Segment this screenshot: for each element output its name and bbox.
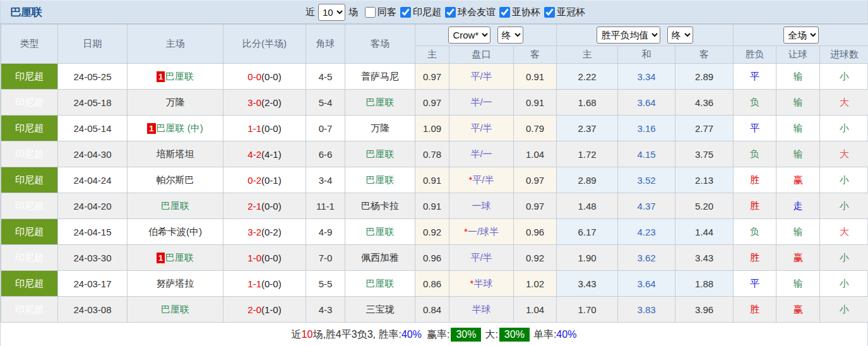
ah-home-odds: 0.96 — [415, 245, 449, 271]
away-team-name[interactable]: 巴厘联 — [366, 278, 395, 289]
home-team-name[interactable]: 巴厘联 — [165, 252, 194, 263]
league-filter-checkbox[interactable] — [544, 7, 555, 18]
league-filter-checkbox[interactable] — [400, 7, 411, 18]
home-team-name[interactable]: 万隆 — [166, 97, 185, 107]
ah-away-odds: 1.02 — [514, 271, 557, 297]
ah-line-cell: 半/一 — [449, 90, 514, 116]
home-team-name[interactable]: 帕尔斯巴 — [157, 174, 194, 185]
corners-cell: 7-0 — [306, 245, 345, 271]
result-cell: 平 — [734, 64, 776, 90]
away-team-cell[interactable]: 三宝珑 — [345, 297, 415, 323]
away-team-name[interactable]: 佩西加雅 — [361, 252, 399, 263]
sub-eu-away: 客 — [675, 46, 734, 64]
same-away-filter[interactable]: 同客 — [361, 6, 396, 18]
away-team-cell[interactable]: 万隆 — [345, 116, 415, 141]
goals-result-cell: 小 — [820, 193, 868, 219]
same-away-checkbox[interactable] — [365, 7, 376, 18]
recent-count-select[interactable]: 10 — [318, 4, 345, 21]
score-cell[interactable]: 4-2(4-1) — [223, 141, 306, 167]
result-cell: 胜 — [734, 167, 776, 193]
single-label: 单率: — [533, 328, 556, 342]
away-team-cell[interactable]: 巴杨卡拉 — [345, 193, 415, 219]
eu-home-odds: 1.48 — [557, 193, 618, 219]
league-filter-亚协杯[interactable]: 亚协杯 — [496, 6, 540, 18]
home-team-cell[interactable]: 1巴厘联 — [128, 64, 223, 90]
home-team-cell[interactable]: 培斯塔坦 — [128, 141, 223, 167]
europe-time-select[interactable]: 终 — [667, 27, 693, 44]
sub-goals: 进球数 — [820, 46, 868, 64]
score-cell[interactable]: 1-0(0-0) — [223, 245, 306, 271]
score-cell[interactable]: 0-0(0-0) — [223, 64, 306, 90]
eu-draw-odds: 3.16 — [618, 116, 675, 141]
home-team-name[interactable]: 努萨塔拉 — [157, 278, 194, 289]
away-team-name[interactable]: 巴杨卡拉 — [361, 200, 399, 211]
period-select[interactable]: 全场 — [783, 27, 819, 44]
away-team-name[interactable]: 巴厘联 — [366, 226, 395, 237]
home-team-cell[interactable]: 伯希卡波(中) — [128, 219, 223, 245]
date-cell: 24-03-30 — [58, 245, 128, 271]
score-cell[interactable]: 2-1(0-0) — [223, 193, 306, 219]
away-team-name[interactable]: 巴厘联 — [366, 148, 395, 159]
bookmaker-time-select[interactable]: 终 — [497, 27, 523, 44]
score-cell[interactable]: 2-0(1-0) — [223, 297, 306, 323]
fulltime-score: 1-0 — [247, 253, 261, 263]
away-team-name[interactable]: 巴厘联 — [366, 97, 395, 107]
win-rate-value: 40% — [401, 329, 422, 340]
away-team-name[interactable]: 普萨马尼 — [361, 71, 399, 81]
away-team-name[interactable]: 万隆 — [371, 122, 389, 133]
ah-line: 平/半 — [470, 252, 492, 263]
away-team-cell[interactable]: 巴厘联 — [345, 141, 415, 167]
europe-odds-select[interactable]: 胜平负均值 — [597, 27, 660, 44]
home-team-cell[interactable]: 巴厘联 — [128, 297, 223, 323]
league-filter-checkbox[interactable] — [499, 7, 510, 18]
league-filter-亚冠杯[interactable]: 亚冠杯 — [540, 6, 585, 18]
result-cell: 胜 — [734, 245, 776, 271]
home-team-cell[interactable]: 努萨塔拉 — [128, 271, 223, 297]
score-cell[interactable]: 3-0(2-0) — [223, 90, 306, 116]
bookmaker-select[interactable]: Crow* — [448, 27, 490, 44]
league-filter-label: 印尼超 — [413, 6, 441, 18]
home-team-name[interactable]: 巴厘联 — [161, 304, 189, 314]
goals-result-cell: 小 — [820, 64, 868, 90]
score-cell[interactable]: 3-2(0-2) — [223, 219, 306, 245]
league-filter-checkbox[interactable] — [445, 7, 456, 18]
home-team-cell[interactable]: 巴厘联 — [128, 193, 223, 219]
away-team-cell[interactable]: 巴厘联 — [345, 219, 415, 245]
score-cell[interactable]: 0-2(0-1) — [223, 167, 306, 193]
league-filter-球会友谊[interactable]: 球会友谊 — [441, 6, 496, 18]
away-team-cell[interactable]: 巴厘联 — [345, 90, 415, 116]
away-team-name[interactable]: 三宝珑 — [366, 304, 395, 314]
home-team-cell[interactable]: 万隆 — [128, 90, 223, 116]
away-team-cell[interactable]: 普萨马尼 — [345, 64, 415, 90]
table-row: 印尼超 24-04-30 培斯塔坦 4-2(4-1) 6-6 巴厘联 0.78 … — [1, 141, 868, 167]
corners-cell: 4-9 — [306, 219, 345, 245]
home-team-name[interactable]: 巴厘联 — [161, 200, 189, 211]
fulltime-score: 0-2 — [247, 175, 261, 186]
halftime-score: (4-1) — [261, 149, 282, 160]
home-team-name[interactable]: 巴厘联 — [165, 71, 194, 81]
eu-home-odds: 2.22 — [557, 64, 618, 90]
away-team-cell[interactable]: 巴厘联 — [345, 167, 415, 193]
ah-away-odds: 0.91 — [514, 64, 557, 90]
ah-line: 半/一 — [470, 148, 492, 159]
score-cell[interactable]: 1-1(0-0) — [223, 116, 306, 141]
home-team-cell[interactable]: 帕尔斯巴 — [128, 167, 223, 193]
away-team-cell[interactable]: 佩西加雅 — [345, 245, 415, 271]
home-team-cell[interactable]: 1巴厘联 (中) — [128, 116, 223, 141]
home-team-name[interactable]: 伯希卡波(中) — [148, 226, 202, 237]
home-team-cell[interactable]: 1巴厘联 — [128, 245, 223, 271]
home-team-name[interactable]: 巴厘联 (中) — [157, 122, 203, 133]
goals-result-cell: 大 — [820, 219, 868, 245]
fulltime-score: 1-1 — [247, 278, 261, 289]
away-team-cell[interactable]: 巴厘联 — [345, 271, 415, 297]
date-cell: 24-05-25 — [58, 64, 128, 90]
eu-draw-odds: 4.37 — [618, 193, 675, 219]
score-cell[interactable]: 1-1(0-0) — [223, 271, 306, 297]
away-team-name[interactable]: 巴厘联 — [366, 174, 395, 185]
table-row: 印尼超 24-05-25 1巴厘联 0-0(0-0) 4-5 普萨马尼 0.97… — [1, 64, 868, 90]
eu-draw-odds: 3.64 — [618, 90, 675, 116]
league-filter-印尼超[interactable]: 印尼超 — [396, 6, 441, 18]
period-group-header: 全场 — [734, 25, 868, 46]
home-team-name[interactable]: 培斯塔坦 — [157, 148, 194, 159]
league-badge: 印尼超 — [1, 167, 58, 193]
